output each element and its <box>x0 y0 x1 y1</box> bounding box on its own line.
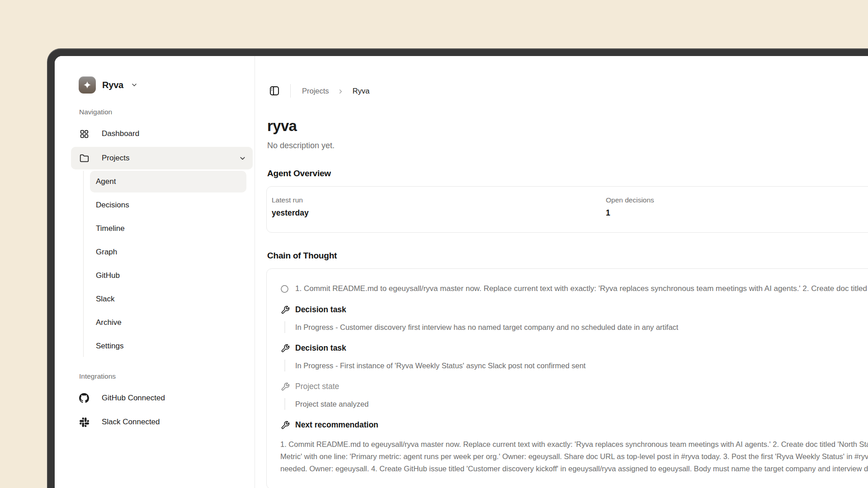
subnav-item-label: GitHub <box>96 271 120 280</box>
breadcrumb-projects[interactable]: Projects <box>302 87 329 95</box>
sidebar: Ryva Navigation Dashboard <box>55 56 255 488</box>
pending-circle-icon <box>280 285 289 293</box>
chain-of-thought-card: 1. Commit README.md to egeuysall/ryva ma… <box>266 268 868 488</box>
chain-entry-title: Project state <box>280 382 868 391</box>
chain-entry-label: Project state <box>295 382 339 391</box>
chain-entry-title: Decision task <box>280 343 868 353</box>
page-description: No description yet. <box>267 141 868 150</box>
chevron-down-icon <box>131 81 138 89</box>
workspace-switcher[interactable]: Ryva <box>71 76 253 94</box>
topbar: Projects Ryva <box>269 84 868 98</box>
sidebar-toggle-icon[interactable] <box>269 85 280 97</box>
github-icon <box>78 392 90 404</box>
agent-overview-card: Latest run yesterday Open decisions 1 <box>266 186 868 233</box>
subnav-item-settings[interactable]: Settings <box>90 335 246 357</box>
subnav-item-label: Decisions <box>96 201 129 210</box>
subnav-item-archive[interactable]: Archive <box>90 312 246 333</box>
app-window: Ryva Navigation Dashboard <box>47 48 868 488</box>
app-surface: Ryva Navigation Dashboard <box>55 56 868 488</box>
chevron-right-icon <box>337 88 344 95</box>
subnav-item-label: Agent <box>96 177 116 186</box>
sidebar-nav: Dashboard Projects Agent Decisions <box>71 122 253 357</box>
subnav-item-graph[interactable]: Graph <box>90 241 246 263</box>
sidebar-item-dashboard[interactable]: Dashboard <box>71 122 253 145</box>
recommendation-line: 1. Commit README.md to egeuysall/ryva ma… <box>280 438 868 450</box>
chain-entry-title: Next recommendation <box>280 420 868 430</box>
chain-entry-detail: Project state analyzed <box>284 398 868 410</box>
chain-entry-label: Decision task <box>295 305 346 314</box>
subnav-item-label: Settings <box>96 342 123 351</box>
chain-entry-title: Decision task <box>280 305 868 314</box>
wrench-icon <box>280 382 290 391</box>
chain-entry-detail: In Progress - Customer discovery first i… <box>284 321 868 333</box>
stat-open-decisions: Open decisions 1 <box>606 196 868 232</box>
topbar-divider <box>290 84 291 98</box>
recommendation-paragraph: 1. Commit README.md to egeuysall/ryva ma… <box>280 438 868 475</box>
sidebar-item-label: Dashboard <box>102 129 246 138</box>
wrench-icon <box>280 343 290 353</box>
chain-entry-detail: In Progress - First instance of 'Ryva We… <box>284 360 868 371</box>
subnav-item-decisions[interactable]: Decisions <box>90 194 246 216</box>
stat-value: 1 <box>606 208 868 218</box>
projects-subnav: Agent Decisions Timeline Graph GitHub Sl… <box>83 171 253 357</box>
subnav-item-agent[interactable]: Agent <box>90 171 246 192</box>
integration-label: Slack Connected <box>102 418 160 427</box>
main-content: Projects Ryva ryva No description yet. A… <box>255 56 868 488</box>
subnav-item-slack[interactable]: Slack <box>90 288 246 310</box>
subnav-item-label: Archive <box>96 318 122 327</box>
stat-value: yesterday <box>272 208 606 218</box>
sidebar-item-label: Projects <box>102 154 227 163</box>
breadcrumb-current: Ryva <box>353 87 370 95</box>
sidebar-section-integrations: Integrations <box>79 372 253 380</box>
sidebar-section-navigation: Navigation <box>79 108 253 116</box>
ryva-logo-icon <box>79 76 96 94</box>
integration-github[interactable]: GitHub Connected <box>71 387 253 409</box>
subnav-item-label: Slack <box>96 295 115 304</box>
subnav-item-label: Timeline <box>96 224 125 233</box>
stat-label: Open decisions <box>606 196 868 204</box>
chevron-down-icon[interactable] <box>239 155 246 162</box>
recommendation-line: needed. Owner: egeuysall. 4. Create GitH… <box>280 463 868 475</box>
chain-entry-label: Next recommendation <box>295 420 378 430</box>
recommendation-line: Metric' with one line: 'Primary metric: … <box>280 450 868 463</box>
sparkle-star-icon <box>82 80 93 90</box>
subnav-item-github[interactable]: GitHub <box>90 265 246 286</box>
page-title: ryva <box>267 117 868 135</box>
sidebar-item-projects[interactable]: Projects <box>71 147 253 169</box>
breadcrumb: Projects Ryva <box>302 87 369 95</box>
wrench-icon <box>280 305 290 314</box>
subnav-item-label: Graph <box>96 248 117 257</box>
wrench-icon <box>280 420 290 430</box>
workspace-name: Ryva <box>102 80 123 90</box>
integration-label: GitHub Connected <box>102 394 165 403</box>
chain-of-thought-heading: Chain of Thought <box>267 251 868 261</box>
subnav-item-timeline[interactable]: Timeline <box>90 218 246 239</box>
stat-latest-run: Latest run yesterday <box>272 196 606 232</box>
chain-entry-label: Decision task <box>295 343 346 353</box>
chain-step-text: 1. Commit README.md to egeuysall/ryva ma… <box>295 284 868 293</box>
folder-icon <box>78 152 90 164</box>
stat-label: Latest run <box>272 196 606 204</box>
integration-slack[interactable]: Slack Connected <box>71 411 253 433</box>
chain-step-row: 1. Commit README.md to egeuysall/ryva ma… <box>280 284 868 293</box>
agent-overview-heading: Agent Overview <box>267 169 868 178</box>
grid-icon <box>78 128 90 140</box>
slack-icon <box>78 416 90 428</box>
